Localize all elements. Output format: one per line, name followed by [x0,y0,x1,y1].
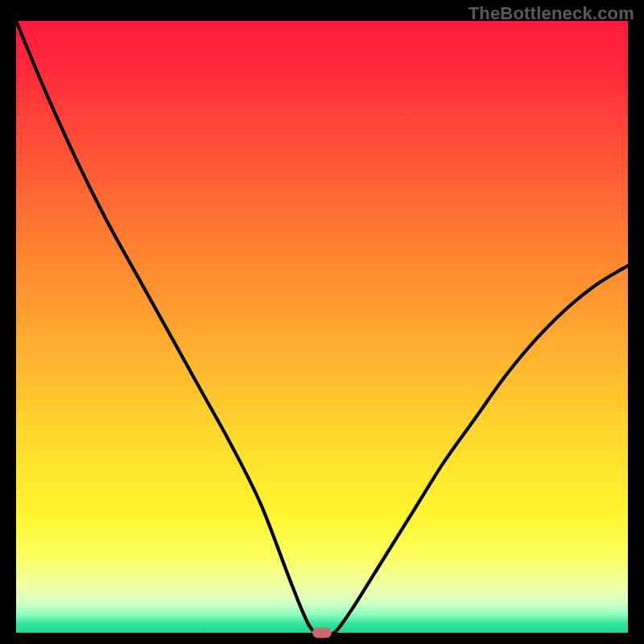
chart-frame: TheBottleneck.com [0,0,644,644]
plot-area [16,21,628,633]
bottleneck-curve [16,21,628,633]
optimum-marker [312,628,332,638]
